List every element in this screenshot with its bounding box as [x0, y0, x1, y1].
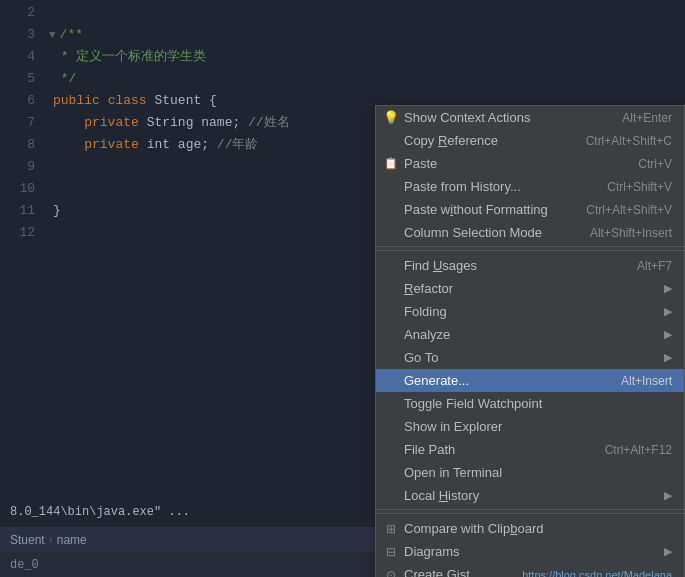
menu-label: Paste: [404, 156, 618, 171]
menu-label: File Path: [404, 442, 585, 457]
breadcrumb-separator: ›: [49, 533, 53, 547]
menu-item-paste[interactable]: 📋 Paste Ctrl+V: [376, 152, 684, 175]
submenu-arrow-icon: ▶: [664, 282, 672, 295]
code-line: ▼/**: [53, 24, 685, 46]
menu-item-file-path[interactable]: File Path Ctrl+Alt+F12: [376, 438, 684, 461]
menu-divider: [376, 513, 684, 514]
menu-item-find-usages[interactable]: Find Usages Alt+F7: [376, 254, 684, 277]
breadcrumb-class[interactable]: Stuent: [10, 533, 45, 547]
menu-item-copy-reference[interactable]: Copy Reference Ctrl+Alt+Shift+C: [376, 129, 684, 152]
menu-label: Find Usages: [404, 258, 617, 273]
menu-item-paste-from-history[interactable]: Paste from History... Ctrl+Shift+V: [376, 175, 684, 198]
menu-item-show-in-explorer[interactable]: Show in Explorer: [376, 415, 684, 438]
submenu-arrow-icon: ▶: [664, 489, 672, 502]
context-menu: 💡 Show Context Actions Alt+Enter Copy Re…: [375, 105, 685, 577]
menu-link: https://blog.csdn.net/Madelana: [522, 569, 672, 578]
menu-label: Show in Explorer: [404, 419, 672, 434]
menu-item-analyze[interactable]: Analyze ▶: [376, 323, 684, 346]
menu-label: Refactor: [404, 281, 659, 296]
submenu-arrow-icon: ▶: [664, 351, 672, 364]
paste-icon: 📋: [382, 157, 400, 170]
menu-item-local-history[interactable]: Local History ▶: [376, 484, 684, 510]
compare-icon: ⊞: [382, 522, 400, 536]
menu-item-paste-without-formatting[interactable]: Paste without Formatting Ctrl+Alt+Shift+…: [376, 198, 684, 221]
menu-item-folding[interactable]: Folding ▶: [376, 300, 684, 323]
submenu-arrow-icon: ▶: [664, 305, 672, 318]
submenu-arrow-icon: ▶: [664, 545, 672, 558]
menu-item-diagrams[interactable]: ⊟ Diagrams ▶: [376, 540, 684, 563]
menu-label: Copy Reference: [404, 133, 566, 148]
menu-label: Generate...: [404, 373, 601, 388]
breadcrumb-member[interactable]: name: [57, 533, 87, 547]
menu-shortcut: Alt+Shift+Insert: [590, 226, 672, 240]
menu-label: Local History: [404, 488, 659, 503]
bulb-icon: 💡: [382, 110, 400, 125]
menu-shortcut: Alt+Enter: [622, 111, 672, 125]
terminal-bar: 8.0_144\bin\java.exe" ...: [0, 497, 310, 527]
status-text: de_0: [10, 558, 39, 572]
menu-divider: [376, 250, 684, 251]
menu-shortcut: Ctrl+Alt+Shift+C: [586, 134, 672, 148]
menu-shortcut: Alt+F7: [637, 259, 672, 273]
menu-item-column-selection-mode[interactable]: Column Selection Mode Alt+Shift+Insert: [376, 221, 684, 247]
menu-label: Folding: [404, 304, 659, 319]
menu-label: Paste without Formatting: [404, 202, 566, 217]
menu-shortcut: Ctrl+Alt+Shift+V: [586, 203, 672, 217]
submenu-arrow-icon: ▶: [664, 328, 672, 341]
menu-label: Open in Terminal: [404, 465, 672, 480]
line-numbers: 2 3 4 5 6 7 8 9 10 11 12: [0, 0, 45, 517]
menu-item-go-to[interactable]: Go To ▶: [376, 346, 684, 369]
menu-shortcut: Ctrl+Alt+F12: [605, 443, 672, 457]
menu-label: Go To: [404, 350, 659, 365]
code-line: */: [53, 68, 685, 90]
menu-item-toggle-field-watchpoint[interactable]: Toggle Field Watchpoint: [376, 392, 684, 415]
menu-label: Analyze: [404, 327, 659, 342]
menu-shortcut: Ctrl+V: [638, 157, 672, 171]
menu-item-show-context-actions[interactable]: 💡 Show Context Actions Alt+Enter: [376, 106, 684, 129]
menu-item-create-gist[interactable]: ⊙ Create Gist... https://blog.csdn.net/M…: [376, 563, 684, 577]
menu-shortcut: Ctrl+Shift+V: [607, 180, 672, 194]
diagrams-icon: ⊟: [382, 545, 400, 559]
menu-label: Column Selection Mode: [404, 225, 570, 240]
menu-label: Compare with Clipboard: [404, 521, 672, 536]
menu-label: Create Gist...: [404, 567, 502, 577]
menu-label: Show Context Actions: [404, 110, 602, 125]
menu-item-compare-with-clipboard[interactable]: ⊞ Compare with Clipboard: [376, 517, 684, 540]
code-line: * 定义一个标准的学生类: [53, 46, 685, 68]
terminal-text: 8.0_144\bin\java.exe" ...: [10, 505, 190, 519]
menu-item-refactor[interactable]: Refactor ▶: [376, 277, 684, 300]
menu-label: Toggle Field Watchpoint: [404, 396, 672, 411]
github-icon: ⊙: [382, 568, 400, 578]
menu-item-open-in-terminal[interactable]: Open in Terminal: [376, 461, 684, 484]
menu-label: Diagrams: [404, 544, 659, 559]
menu-item-generate[interactable]: Generate... Alt+Insert: [376, 369, 684, 392]
code-line: [53, 2, 685, 24]
menu-shortcut: Alt+Insert: [621, 374, 672, 388]
menu-label: Paste from History...: [404, 179, 587, 194]
